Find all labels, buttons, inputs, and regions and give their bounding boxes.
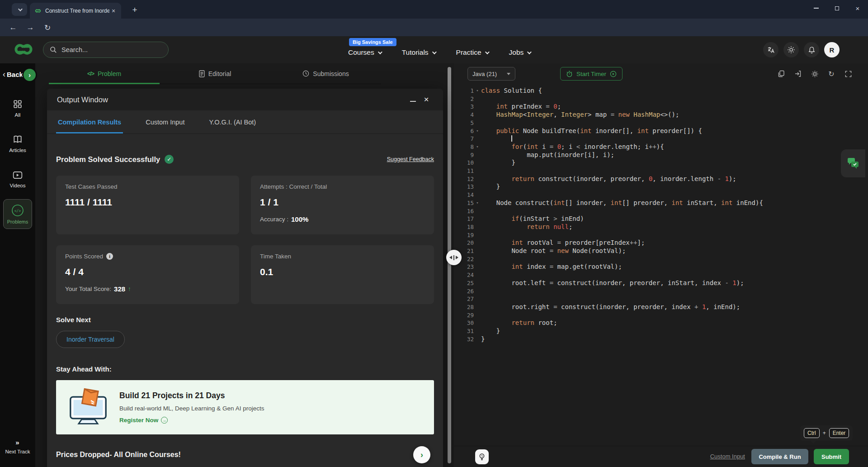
code-line[interactable]: 17 if(inStart > inEnd) — [454, 215, 868, 223]
code-line[interactable]: 26 — [454, 287, 868, 295]
pane-scrollbar[interactable] — [448, 67, 451, 463]
minimize-icon — [814, 8, 819, 9]
pane-resize-handle[interactable] — [446, 250, 462, 265]
tab-compilation-results[interactable]: Compilation Results — [56, 110, 123, 133]
tab-problem[interactable]: </> Problem — [49, 63, 160, 84]
tab-close-icon[interactable]: × — [109, 7, 118, 14]
settings-button[interactable] — [810, 69, 819, 78]
code-line[interactable]: 30 return root; — [454, 319, 868, 327]
code-line[interactable]: 15▾ Node construct(int[] inorder, int[] … — [454, 199, 868, 207]
code-line[interactable]: 12 return construct(inorder, preorder, 0… — [454, 175, 868, 183]
code-line[interactable]: 9 map.put(inorder[i], i); — [454, 151, 868, 159]
code-line[interactable]: 28 root.right = construct(inorder, preor… — [454, 303, 868, 311]
forward-button[interactable]: → — [24, 21, 37, 34]
tab-yogi-ai-bot[interactable]: Y.O.G.I. (AI Bot) — [207, 110, 258, 133]
window-close-button[interactable]: × — [847, 0, 868, 16]
line-number: 17 — [454, 215, 474, 223]
sidebar-item-videos[interactable]: Videos — [0, 171, 35, 188]
code-line[interactable]: 25 root.left = construct(inorder, preord… — [454, 279, 868, 287]
code-area[interactable]: 1▾class Solution {23 int preIndex = 0;4 … — [454, 84, 868, 446]
back-button[interactable]: ← — [6, 21, 20, 34]
start-timer-button[interactable]: Start Timer — [560, 67, 623, 81]
ctrl-key: Ctrl — [804, 428, 820, 438]
menu-jobs[interactable]: Jobs — [509, 48, 531, 57]
feedback-chat-button[interactable] — [841, 149, 865, 177]
code-line[interactable]: 2 — [454, 95, 868, 103]
code-line[interactable]: 3 int preIndex = 0; — [454, 103, 868, 111]
search-input[interactable]: Search... — [43, 42, 169, 58]
code-line[interactable]: 8▾ for(int i = 0; i < inorder.length; i+… — [454, 143, 868, 151]
fold-marker[interactable]: ▾ — [474, 87, 481, 95]
code-line[interactable]: 10 } — [454, 159, 868, 167]
translate-button[interactable] — [763, 42, 778, 57]
header-icons: R — [763, 42, 840, 57]
promo-next-button[interactable]: › — [413, 446, 430, 463]
sidebar-item-articles[interactable]: Articles — [0, 135, 35, 153]
gfg-logo[interactable] — [12, 42, 35, 57]
next-track-button[interactable]: » Next Track — [0, 438, 35, 454]
code-line[interactable]: 13 } — [454, 183, 868, 191]
notifications-button[interactable] — [804, 42, 819, 57]
minimize-output-button[interactable] — [406, 95, 420, 104]
code-line[interactable]: 31 } — [454, 327, 868, 335]
code-line[interactable]: 24 — [454, 271, 868, 279]
window-minimize-button[interactable] — [806, 0, 826, 16]
tab-custom-input[interactable]: Custom Input — [144, 110, 186, 133]
reset-code-button[interactable]: ↻ — [827, 69, 836, 78]
code-line[interactable]: 27 — [454, 295, 868, 303]
hint-bulb-button[interactable] — [475, 449, 489, 464]
menu-tutorials[interactable]: Tutorials — [402, 48, 435, 57]
compile-run-button[interactable]: Compile & Run — [751, 449, 808, 464]
sidebar-item-all[interactable]: All — [0, 100, 35, 118]
suggest-feedback-link[interactable]: Suggest Feedback — [387, 156, 434, 162]
fold-marker[interactable]: ▾ — [474, 127, 481, 135]
code-line[interactable]: 14 — [454, 191, 868, 199]
code-line[interactable]: 21 Node root = new Node(rootVal); — [454, 247, 868, 255]
custom-input-link[interactable]: Custom Input — [710, 453, 745, 460]
code-line[interactable]: 11 — [454, 167, 868, 175]
back-row[interactable]: ‹ Back › — [0, 70, 35, 79]
next-problem-button[interactable]: Inorder Traversal — [56, 331, 125, 348]
menu-courses[interactable]: Courses — [348, 48, 381, 57]
info-icon[interactable]: i — [106, 253, 113, 260]
code-line[interactable]: 20 int rootVal = preorder[preIndex++]; — [454, 239, 868, 247]
code-line[interactable]: 1▾class Solution { — [454, 87, 868, 95]
reload-button[interactable]: ↻ — [41, 21, 54, 34]
fold-marker[interactable]: ▾ — [474, 199, 481, 207]
close-output-button[interactable]: × — [420, 95, 433, 105]
code-line[interactable]: 18 return null; — [454, 223, 868, 231]
user-avatar[interactable]: R — [824, 42, 840, 57]
sidebar-item-problems[interactable]: </> Problems — [3, 199, 32, 229]
register-now-link[interactable]: Register Now → — [119, 417, 264, 424]
promo-row: Prices Dropped- All Online Courses! › — [56, 446, 434, 463]
language-select[interactable]: Java (21) — [467, 67, 515, 81]
code-line[interactable]: 7 — [454, 135, 868, 143]
output-window-tabs: Compilation Results Custom Input Y.O.G.I… — [47, 110, 443, 134]
promo-banner[interactable]: Build 21 Projects in 21 Days Build real-… — [56, 380, 434, 434]
code-line[interactable]: 23 int index = map.get(rootVal); — [454, 263, 868, 271]
code-line[interactable]: 32} — [454, 335, 868, 343]
tab-editorial[interactable]: Editorial — [160, 63, 270, 84]
code-line[interactable]: 6▾ public Node buildTree(int inorder[], … — [454, 127, 868, 135]
code-line[interactable]: 4 HashMap<Integer, Integer> map = new Ha… — [454, 111, 868, 119]
code-line[interactable]: 29 — [454, 311, 868, 319]
expand-sidebar-button[interactable]: › — [24, 69, 36, 81]
code-line[interactable]: 16 — [454, 207, 868, 215]
menu-practice[interactable]: Practice — [456, 48, 488, 57]
tab-submissions[interactable]: Submissions — [270, 63, 381, 84]
browser-tab[interactable]: Construct Tree from Inorder & P × — [30, 3, 121, 19]
code-line[interactable]: 19 — [454, 231, 868, 239]
fullscreen-button[interactable] — [844, 69, 853, 78]
fold-marker[interactable]: ▾ — [474, 143, 481, 151]
tab-search-button[interactable] — [12, 3, 27, 16]
stay-ahead-heading: Stay Ahead With: — [56, 365, 434, 373]
code-line[interactable]: 5 — [454, 119, 868, 127]
fold-marker — [474, 335, 481, 343]
export-code-button[interactable] — [793, 69, 802, 78]
theme-toggle-button[interactable] — [783, 42, 799, 57]
copy-code-button[interactable] — [777, 69, 786, 78]
code-line[interactable]: 22 — [454, 255, 868, 263]
window-maximize-button[interactable] — [826, 0, 847, 16]
submit-button[interactable]: Submit — [814, 449, 849, 464]
new-tab-button[interactable]: + — [128, 4, 141, 16]
